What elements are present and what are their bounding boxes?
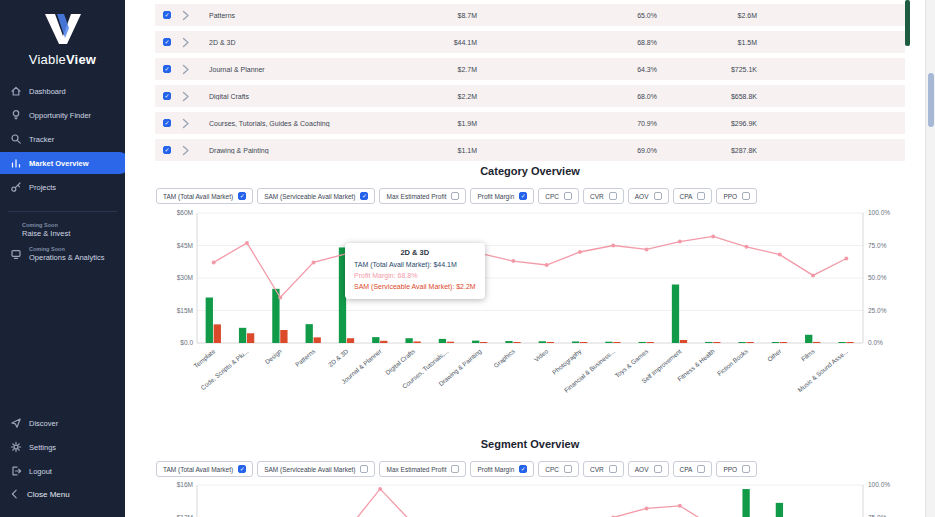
row-checkbox[interactable]: ✓: [163, 92, 171, 100]
bar-tam[interactable]: [742, 489, 749, 517]
line-point[interactable]: [312, 260, 316, 264]
sidebar-item-dashboard[interactable]: Dashboard: [0, 79, 125, 103]
segment-filter-cvr[interactable]: CVR: [583, 461, 624, 477]
bar-sam[interactable]: [547, 342, 554, 343]
checkbox-icon[interactable]: [564, 465, 572, 473]
bar-tam[interactable]: [372, 337, 379, 343]
bar-tam[interactable]: [639, 342, 646, 343]
table-scrollbar-thumb[interactable]: [905, 0, 910, 46]
sidebar-item-raise-invest[interactable]: Coming Soon Raise & Invest: [0, 218, 125, 242]
table-row[interactable]: ✓Patterns$8.7M65.0%$2.6M: [155, 4, 905, 26]
checkbox-icon[interactable]: [742, 465, 750, 473]
checkbox-icon[interactable]: [451, 192, 459, 200]
table-row[interactable]: ✓Drawing & Painting$1.1M69.0%$287.8K: [155, 139, 905, 161]
row-checkbox[interactable]: ✓: [163, 38, 171, 46]
bar-sam[interactable]: [513, 342, 520, 343]
bar-sam[interactable]: [214, 324, 221, 343]
category-filter-aov[interactable]: AOV: [628, 188, 669, 204]
line-point[interactable]: [678, 240, 682, 244]
line-point[interactable]: [578, 250, 582, 254]
window-scrollbar-thumb[interactable]: [928, 73, 934, 127]
sidebar-item-projects[interactable]: Projects: [0, 175, 125, 199]
bar-tam[interactable]: [206, 298, 213, 344]
segment-filter-aov[interactable]: AOV: [628, 461, 669, 477]
bar-tam[interactable]: [772, 342, 779, 343]
checkbox-icon[interactable]: ✓: [360, 192, 368, 200]
bar-tam[interactable]: [672, 285, 679, 344]
category-filter-profit-margin[interactable]: Profit Margin✓: [470, 188, 534, 204]
checkbox-icon[interactable]: ✓: [519, 192, 527, 200]
bar-sam[interactable]: [780, 342, 787, 343]
table-row[interactable]: ✓Digital Crafts$2.2M68.0%$658.8K: [155, 85, 905, 107]
line-point[interactable]: [778, 253, 782, 257]
line-point[interactable]: [645, 247, 649, 251]
bar-sam[interactable]: [247, 333, 254, 343]
line-point[interactable]: [744, 245, 748, 249]
bar-sam[interactable]: [680, 340, 687, 343]
sidebar-item-tracker[interactable]: Tracker: [0, 127, 125, 151]
line-point[interactable]: [278, 296, 282, 300]
bar-tam[interactable]: [472, 341, 479, 343]
checkbox-icon[interactable]: ✓: [238, 192, 246, 200]
segment-filter-sam-serviceable-avail-market[interactable]: SAM (Serviceable Avail Market): [257, 461, 375, 477]
sidebar-item-settings[interactable]: Settings: [0, 435, 125, 459]
chevron-right-icon[interactable]: [181, 91, 209, 102]
bar-sam[interactable]: [480, 342, 487, 343]
sidebar-item-market-overview[interactable]: Market Overview: [0, 152, 130, 174]
bar-sam[interactable]: [280, 330, 287, 343]
line-point[interactable]: [378, 487, 382, 491]
bar-sam[interactable]: [413, 341, 420, 343]
bar-tam[interactable]: [776, 503, 783, 517]
bar-sam[interactable]: [846, 342, 853, 343]
line-point[interactable]: [711, 234, 715, 238]
checkbox-icon[interactable]: ✓: [238, 465, 246, 473]
line-point[interactable]: [511, 259, 515, 263]
bar-tam[interactable]: [306, 324, 313, 343]
line-point[interactable]: [245, 241, 249, 245]
category-filter-ppo[interactable]: PPO: [716, 188, 757, 204]
bar-sam[interactable]: [746, 342, 753, 343]
line-point[interactable]: [844, 257, 848, 261]
sidebar-item-logout[interactable]: Logout: [0, 459, 125, 483]
bar-sam[interactable]: [447, 342, 454, 343]
table-row[interactable]: ✓2D & 3D$44.1M68.8%$1.5M: [155, 31, 905, 53]
row-checkbox[interactable]: ✓: [163, 146, 171, 154]
bar-sam[interactable]: [347, 338, 354, 343]
bar-tam[interactable]: [405, 338, 412, 343]
chevron-right-icon[interactable]: [181, 64, 209, 75]
table-row[interactable]: ✓Courses, Tutorials, Guides & Coaching$1…: [155, 112, 905, 134]
checkbox-icon[interactable]: [654, 192, 662, 200]
checkbox-icon[interactable]: [697, 465, 705, 473]
bar-tam[interactable]: [505, 341, 512, 343]
row-checkbox[interactable]: ✓: [163, 119, 171, 127]
bar-tam[interactable]: [838, 342, 845, 343]
close-menu-button[interactable]: Close Menu: [0, 483, 125, 505]
category-filter-tam-total-avail-market[interactable]: TAM (Total Avail Market)✓: [156, 188, 253, 204]
segment-filter-cpc[interactable]: CPC: [538, 461, 579, 477]
row-checkbox[interactable]: ✓: [163, 11, 171, 19]
category-filter-max-estimated-profit[interactable]: Max Estimated Profit: [379, 188, 466, 204]
segment-filter-cpa[interactable]: CPA: [673, 461, 713, 477]
bar-tam[interactable]: [239, 328, 246, 343]
row-checkbox[interactable]: ✓: [163, 65, 171, 73]
segment-filter-max-estimated-profit[interactable]: Max Estimated Profit: [379, 461, 466, 477]
bar-tam[interactable]: [539, 341, 546, 343]
line-point[interactable]: [811, 273, 815, 277]
chevron-right-icon[interactable]: [181, 118, 209, 129]
bar-sam[interactable]: [613, 342, 620, 343]
checkbox-icon[interactable]: [609, 192, 617, 200]
bar-tam[interactable]: [805, 335, 812, 343]
category-filter-cpa[interactable]: CPA: [673, 188, 713, 204]
bar-sam[interactable]: [647, 342, 654, 343]
bar-sam[interactable]: [580, 342, 587, 343]
sidebar-item-opportunity-finder[interactable]: Opportunity Finder: [0, 103, 125, 127]
checkbox-icon[interactable]: [654, 465, 662, 473]
checkbox-icon[interactable]: [609, 465, 617, 473]
window-scrollbar[interactable]: [925, 0, 935, 517]
bar-sam[interactable]: [380, 341, 387, 343]
bar-tam[interactable]: [439, 339, 446, 343]
line-point[interactable]: [611, 244, 615, 248]
bar-sam[interactable]: [813, 342, 820, 343]
line-point[interactable]: [212, 260, 216, 264]
segment-filter-tam-total-avail-market[interactable]: TAM (Total Avail Market)✓: [156, 461, 253, 477]
